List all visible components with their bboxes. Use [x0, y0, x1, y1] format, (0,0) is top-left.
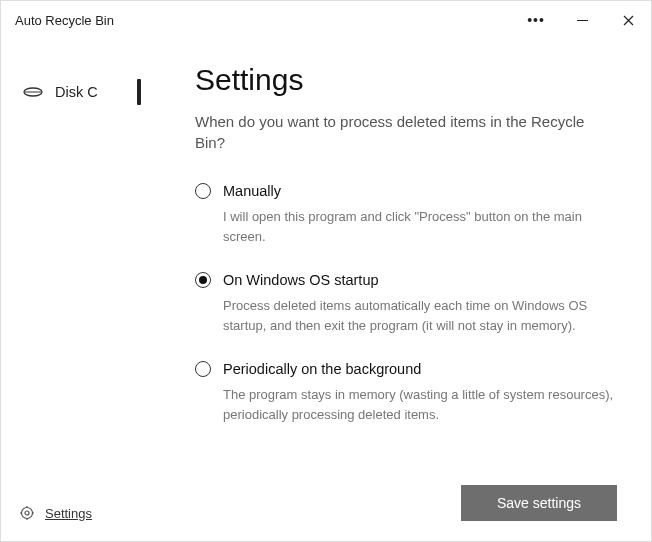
radio-option[interactable]: On Windows OS startup [195, 272, 617, 288]
option-label: On Windows OS startup [223, 272, 379, 288]
button-row: Save settings [461, 485, 617, 521]
main-panel: Settings When do you want to process del… [161, 39, 651, 541]
option-1: On Windows OS startupProcess deleted ite… [195, 272, 617, 335]
option-2: Periodically on the backgroundThe progra… [195, 361, 617, 424]
save-settings-button[interactable]: Save settings [461, 485, 617, 521]
sidebar-item-label: Disk C [55, 84, 98, 100]
radio-icon [195, 361, 211, 377]
svg-point-3 [25, 511, 29, 515]
options-list: ManuallyI will open this program and cli… [195, 183, 617, 450]
close-button[interactable] [605, 1, 651, 39]
sidebar-settings-label: Settings [45, 506, 92, 521]
more-button[interactable]: ••• [513, 1, 559, 39]
sidebar-item-disk-c[interactable]: Disk C [1, 73, 161, 111]
window-title: Auto Recycle Bin [15, 13, 114, 28]
page-title: Settings [195, 63, 617, 97]
content-area: Disk C Settings Settings When do you wan… [1, 39, 651, 541]
minimize-button[interactable] [559, 1, 605, 39]
page-subtitle: When do you want to process deleted item… [195, 111, 617, 153]
option-description: The program stays in memory (wasting a l… [195, 385, 617, 424]
drive-icon [23, 86, 43, 98]
option-description: Process deleted items automatically each… [195, 296, 617, 335]
radio-icon [195, 272, 211, 288]
radio-option[interactable]: Manually [195, 183, 617, 199]
option-0: ManuallyI will open this program and cli… [195, 183, 617, 246]
svg-point-2 [22, 508, 33, 519]
radio-icon [195, 183, 211, 199]
sidebar-settings-link[interactable]: Settings [1, 505, 161, 541]
option-label: Periodically on the background [223, 361, 421, 377]
option-description: I will open this program and click "Proc… [195, 207, 617, 246]
radio-option[interactable]: Periodically on the background [195, 361, 617, 377]
gear-icon [19, 505, 35, 521]
option-label: Manually [223, 183, 281, 199]
titlebar: Auto Recycle Bin ••• [1, 1, 651, 39]
sidebar: Disk C Settings [1, 39, 161, 541]
